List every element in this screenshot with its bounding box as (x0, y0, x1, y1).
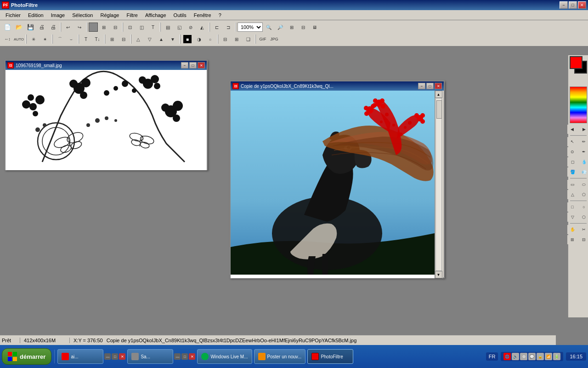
menu-reglage[interactable]: Réglage (97, 12, 123, 19)
menu-edition[interactable]: Edition (24, 12, 47, 19)
scroll-track[interactable] (435, 98, 442, 271)
move-tool[interactable]: ✋ (567, 225, 577, 234)
tb-color3[interactable]: ⊟ (110, 22, 121, 32)
foreground-color-swatch[interactable] (570, 56, 582, 69)
pencil-tool[interactable]: ✏ (579, 137, 588, 146)
tb2-col2[interactable]: ⊞ (231, 34, 242, 44)
tray-icon-5[interactable]: 🔒 (537, 353, 544, 360)
triangle-shape-tool[interactable]: ▽ (567, 213, 577, 222)
scroll-thumb[interactable] (436, 100, 442, 119)
tray-icon-4[interactable]: 💬 (528, 353, 536, 360)
tb2-export2[interactable]: JPG (269, 34, 280, 44)
tray-icon-3[interactable]: ⚙ (520, 353, 527, 360)
tb2-col3[interactable]: ❑ (243, 34, 254, 44)
start-button[interactable]: démarrer (2, 348, 51, 365)
tb-paste1[interactable]: ⊏ (211, 22, 222, 32)
tb2-move[interactable]: ↔↕ (2, 34, 13, 44)
window2-close[interactable]: ✕ (435, 83, 442, 89)
tb-color2[interactable]: ⊞ (98, 22, 109, 32)
tb2-curve2[interactable]: ⌣ (66, 34, 77, 44)
color-gradient-strip[interactable] (570, 86, 587, 123)
poly-shape-tool[interactable]: ⬡ (579, 213, 588, 222)
tb2-bright[interactable]: ☼ (205, 34, 216, 44)
tray-icon-1[interactable]: 🌐 (503, 353, 511, 360)
window1-maximize[interactable]: □ (189, 62, 197, 69)
taskbar-item-poster[interactable]: Poster un nouv... (254, 349, 306, 364)
save-button[interactable]: 💾 (25, 22, 36, 32)
screen-mode[interactable]: 🖥 (309, 22, 320, 32)
clock-display[interactable]: 16:15 (566, 352, 586, 361)
menu-fenetre[interactable]: Fenêtre (190, 12, 215, 19)
window2-maximize[interactable]: □ (426, 83, 434, 89)
menu-image[interactable]: Image (47, 12, 69, 19)
print-button[interactable]: 🖨 (36, 22, 47, 32)
paint-tool[interactable]: ✒ (579, 147, 588, 156)
taskbar-item-wlm[interactable]: Windows Live M... (197, 349, 252, 364)
tray-icon-6[interactable]: 📶 (545, 353, 552, 360)
taskbar-sa-close[interactable]: ✕ (189, 353, 195, 360)
zoom-actual[interactable]: ⊟ (298, 22, 309, 32)
tb2-export1[interactable]: GIF (257, 34, 268, 44)
tb-select1[interactable]: ▤ (162, 22, 173, 32)
window1-minimize[interactable]: − (181, 62, 188, 69)
zoom-out-button[interactable]: 🔎 (275, 22, 286, 32)
rect-shape-tool[interactable]: □ (567, 202, 577, 212)
color-nav-right[interactable]: ▶ (579, 125, 588, 134)
tray-icon-2[interactable]: 🔊 (512, 353, 519, 360)
taskbar-ai-restore[interactable]: □ (112, 353, 118, 360)
rect-select-tool[interactable]: ▭ (567, 180, 577, 189)
tb2-grid2[interactable]: ⊟ (118, 34, 129, 44)
tb2-shape2[interactable]: ▽ (144, 34, 155, 44)
tb2-col1[interactable]: ⊟ (220, 34, 231, 44)
tb2-auto[interactable]: AUTO (13, 34, 24, 44)
scroll-down-button[interactable]: ▼ (435, 271, 442, 278)
color-nav-left[interactable]: ◀ (567, 125, 577, 134)
tb-paste2[interactable]: ⊐ (223, 22, 234, 32)
eraser-tool[interactable]: ◻ (567, 157, 577, 167)
maximize-button[interactable]: □ (569, 1, 577, 9)
tb-fit1[interactable]: ⊡ (124, 22, 136, 32)
grid-tool-1[interactable]: ⊞ (567, 235, 577, 244)
window1-close[interactable]: ✕ (198, 62, 205, 69)
taskbar-item-sa[interactable]: Sa... (127, 349, 173, 364)
redo-button[interactable]: ↪ (74, 22, 85, 32)
select-arrow-tool[interactable]: ↖ (567, 137, 577, 146)
menu-affichage[interactable]: Affichage (141, 12, 170, 19)
tb2-curve1[interactable]: ⌒ (54, 34, 65, 44)
menu-aide[interactable]: ? (215, 12, 225, 19)
zoom-select[interactable]: 100% 50% 200% (237, 23, 263, 32)
window2-minimize[interactable]: − (418, 83, 425, 89)
scroll-up-button[interactable]: ▲ (435, 91, 442, 98)
tb2-invert[interactable]: ■ (182, 34, 193, 44)
zoom-in-button[interactable]: 🔍 (263, 22, 274, 32)
poly-select-tool[interactable]: ⬠ (579, 190, 588, 199)
tb2-magic1[interactable]: ✳ (28, 34, 39, 44)
menu-selection[interactable]: Sélection (68, 12, 96, 19)
dropper-tool[interactable]: 💧 (579, 157, 588, 167)
tb2-contrast[interactable]: ◑ (193, 34, 204, 44)
print2-button[interactable]: 🖨 (48, 22, 59, 32)
tb-color1[interactable] (89, 23, 98, 32)
tb2-text1[interactable]: T (80, 34, 91, 44)
ellipse-shape-tool[interactable]: ○ (579, 202, 588, 212)
menu-filtre[interactable]: Filtre (123, 12, 141, 19)
fill-tool[interactable]: 🪣 (567, 167, 577, 177)
ellipse-select-tool[interactable]: ⬭ (579, 180, 588, 189)
tb-select4[interactable]: ◭ (197, 22, 208, 32)
minimize-button[interactable]: − (560, 1, 568, 9)
tb2-grid1[interactable]: ⊞ (107, 34, 118, 44)
close-button[interactable]: ✕ (578, 1, 586, 9)
menu-fichier[interactable]: Fichier (2, 12, 24, 19)
crop-tool[interactable]: ✂ (579, 225, 588, 234)
tb2-magic2[interactable]: ✴ (40, 34, 51, 44)
grid-tool-2[interactable]: ⊟ (579, 235, 588, 244)
taskbar-item-photofiltre[interactable]: PhotoFiltre (307, 349, 353, 364)
taskbar-sa-restore[interactable]: □ (181, 353, 188, 360)
zoom-fit[interactable]: ⊞ (286, 22, 297, 32)
triangle-select-tool[interactable]: △ (567, 190, 577, 199)
tb-select3[interactable]: ⊘ (185, 22, 196, 32)
tray-icon-7[interactable]: 🔋 (553, 353, 560, 360)
undo-button[interactable]: ↩ (62, 22, 74, 32)
tb2-shape4[interactable]: ▼ (167, 34, 178, 44)
tb-fit2[interactable]: ◫ (136, 22, 147, 32)
